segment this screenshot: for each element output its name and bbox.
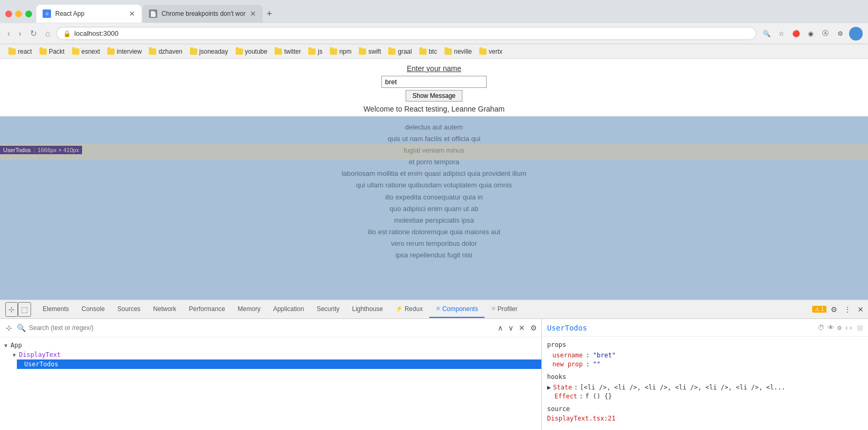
forward-button[interactable]: › xyxy=(16,28,23,39)
extension-icon-1[interactable]: 🔴 xyxy=(790,28,802,39)
prop-key-username: username xyxy=(552,352,583,359)
maximize-window-button[interactable] xyxy=(25,11,32,17)
search-clear-button[interactable]: ✕ xyxy=(517,323,527,333)
prop-value-username: "bret" xyxy=(593,352,615,359)
todo-line-10: illo est ratione doloremque quia maiores… xyxy=(368,226,500,238)
bookmark-esnext[interactable]: esnext xyxy=(69,47,103,56)
folder-icon xyxy=(388,48,396,55)
minimize-window-button[interactable] xyxy=(15,11,22,17)
bookmark-jsoneaday[interactable]: jsoneaday xyxy=(187,47,231,56)
tab-close-react[interactable]: ✕ xyxy=(129,9,135,18)
refresh-button[interactable]: ↻ xyxy=(28,27,39,39)
close-window-button[interactable] xyxy=(5,11,12,17)
hook-row-state: ▶ State : [<li />, <li />, <li />, <li /… xyxy=(547,384,863,391)
bookmark-swift[interactable]: swift xyxy=(356,47,384,56)
tree-item-displaytext[interactable]: ▼ DisplayText xyxy=(8,350,541,359)
bookmark-js[interactable]: js xyxy=(305,47,326,56)
component-selector-button[interactable]: ⊹ xyxy=(4,322,14,334)
bookmark-neville[interactable]: neville xyxy=(441,47,475,56)
devtools-right-icons: ⚠ 1 ⚙ ⋮ ✕ xyxy=(812,304,866,315)
bookmark-react[interactable]: react xyxy=(5,47,35,56)
bookmark-btc[interactable]: btc xyxy=(416,47,440,56)
tree-item-usertodos[interactable]: UserTodos xyxy=(17,359,541,369)
search-next-button[interactable]: ∨ xyxy=(506,323,516,333)
component-tree: ▼ App ▼ DisplayText UserTodos xyxy=(0,337,541,430)
tab-lighthouse[interactable]: Lighthouse xyxy=(346,301,389,318)
bookmark-npm[interactable]: npm xyxy=(327,47,355,56)
folder-icon xyxy=(190,48,197,55)
tree-label-usertodos: UserTodos xyxy=(24,361,58,368)
tab-components[interactable]: ⚛Components xyxy=(429,301,485,318)
warning-count: 1 xyxy=(821,306,824,312)
search-settings-button[interactable]: ⚙ xyxy=(530,324,537,332)
bookmark-vertx[interactable]: vertx xyxy=(476,47,506,56)
tab-redux-label: Redux xyxy=(405,305,423,313)
tab-security[interactable]: Security xyxy=(310,301,346,318)
bookmark-label-dzhaven: dzhaven xyxy=(158,48,182,55)
page-viewport: UserTodos 1666px × 410px Enter your name… xyxy=(0,59,868,299)
tab-chrome-breakpoints[interactable]: 📄 Chrome breakpoints don't wor ✕ xyxy=(143,5,263,23)
bookmark-interview[interactable]: interview xyxy=(104,47,145,56)
element-selector-icon[interactable]: ⊹ xyxy=(5,302,18,317)
hook-arrow-state: ▶ xyxy=(547,384,551,391)
url-text: localhost:3000 xyxy=(74,29,118,37)
search-prev-button[interactable]: ∧ xyxy=(496,323,505,333)
tree-arrow-displaytext: ▼ xyxy=(13,352,16,358)
prop-row-newprop: new prop : "" xyxy=(547,361,863,368)
hook-colon-state: : xyxy=(574,384,578,391)
source-section-title: source xyxy=(547,405,863,413)
tab-performance[interactable]: Performance xyxy=(183,301,231,318)
bookmark-label-react: react xyxy=(18,48,32,55)
tab-sources[interactable]: Sources xyxy=(111,301,147,318)
inspect-icon[interactable]: 👁 xyxy=(827,324,834,332)
user-avatar[interactable] xyxy=(849,27,863,41)
tab-redux[interactable]: ⚡Redux xyxy=(389,301,429,318)
tab-profiler-label: Profiler xyxy=(498,305,518,313)
right-panel-action-icons: ⏱ 👁 ⚙ ‹› xyxy=(817,324,853,332)
tab-network[interactable]: Network xyxy=(147,301,183,318)
tab-profiler[interactable]: ⚛Profiler xyxy=(485,301,524,318)
name-input[interactable] xyxy=(381,76,487,88)
devtools-settings-icon[interactable]: ⚙ xyxy=(829,304,840,315)
hook-value-effect: f () {} xyxy=(586,393,612,400)
new-tab-button[interactable]: + xyxy=(263,8,277,19)
responsive-mode-icon[interactable]: ⬚ xyxy=(18,302,31,317)
component-source-icon[interactable]: ‹› xyxy=(845,324,853,332)
bookmark-label-jsoneaday: jsoneaday xyxy=(199,48,228,55)
devtools-panel: ⊹ ⬚ Elements Console Sources Network Per… xyxy=(0,299,868,430)
layout-toggle-icon[interactable]: ⊞ xyxy=(857,322,863,333)
address-bar[interactable]: 🔒 localhost:3000 xyxy=(56,27,756,40)
component-settings-icon[interactable]: ⚙ xyxy=(837,324,842,332)
tab-memory[interactable]: Memory xyxy=(231,301,267,318)
bookmark-graal[interactable]: graal xyxy=(385,47,415,56)
devtools-more-icon[interactable]: ⋮ xyxy=(842,304,853,315)
tab-favicon-chrome: 📄 xyxy=(149,9,157,18)
bookmark-youtube[interactable]: youtube xyxy=(233,47,271,56)
devtools-close-icon[interactable]: ✕ xyxy=(855,304,866,315)
star-icon[interactable]: ☆ xyxy=(775,28,787,39)
todo-line-1: delectus aut autem xyxy=(405,122,463,133)
tab-elements[interactable]: Elements xyxy=(36,301,75,318)
search-extension-icon[interactable]: 🔍 xyxy=(761,28,772,39)
extension-icon-2[interactable]: ◉ xyxy=(805,28,816,39)
browser-nav-icons: 🔍 ☆ 🔴 ◉ Ⓐ ⚙ xyxy=(761,27,863,41)
bookmark-twitter[interactable]: twitter xyxy=(271,47,304,56)
show-message-button[interactable]: Show Message xyxy=(406,90,462,102)
tab-application[interactable]: Application xyxy=(267,301,310,318)
search-input[interactable] xyxy=(29,324,492,332)
tab-close-chrome[interactable]: ✕ xyxy=(250,9,256,18)
bookmark-dzhaven[interactable]: dzhaven xyxy=(146,47,185,56)
back-button[interactable]: ‹ xyxy=(5,28,12,39)
home-button[interactable]: ⌂ xyxy=(43,28,53,39)
warning-badge: ⚠ 1 xyxy=(812,306,826,313)
tab-react-app[interactable]: ⚛ React App ✕ xyxy=(36,5,142,23)
extension-icon-3[interactable]: Ⓐ xyxy=(820,28,831,39)
tab-console[interactable]: Console xyxy=(75,301,111,318)
bookmark-packt[interactable]: Packt xyxy=(36,47,68,56)
devtools-right-panel: UserTodos ⏱ 👁 ⚙ ‹› ⊞ props username : "b… xyxy=(542,319,868,430)
bookmark-label-neville: neville xyxy=(454,48,472,55)
tree-item-app[interactable]: ▼ App xyxy=(0,341,541,350)
hook-row-effect: Effect : f () {} xyxy=(547,393,863,400)
suspend-icon[interactable]: ⏱ xyxy=(817,324,824,332)
settings-icon[interactable]: ⚙ xyxy=(834,28,846,39)
